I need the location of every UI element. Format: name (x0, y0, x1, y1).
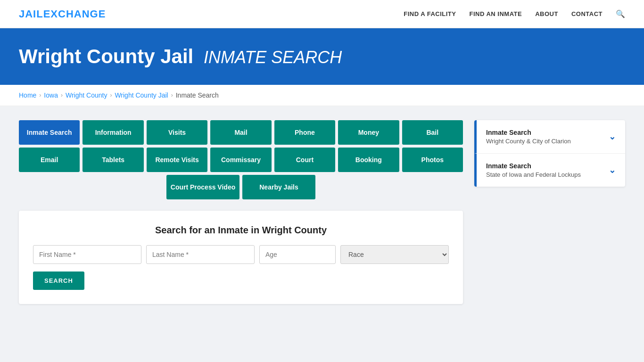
first-name-input[interactable] (33, 245, 141, 264)
information-button[interactable]: Information (83, 120, 143, 145)
main-content: Inmate Search Information Visits Mail Ph… (0, 106, 644, 318)
breadcrumb-wright-county-jail[interactable]: Wright County Jail (115, 91, 168, 99)
breadcrumb-sep-2: › (61, 92, 63, 99)
sidebar-item-wright-subtitle: Wright County & City of Clarion (486, 138, 571, 145)
breadcrumb-sep-4: › (171, 92, 173, 99)
bail-button[interactable]: Bail (402, 120, 463, 145)
nav-contact[interactable]: CONTACT (571, 10, 603, 17)
nav-about[interactable]: ABOUT (535, 10, 558, 17)
booking-button[interactable]: Booking (338, 148, 399, 172)
left-column: Inmate Search Information Visits Mail Ph… (19, 120, 463, 304)
sidebar-card: Inmate Search Wright County & City of Cl… (474, 120, 625, 187)
logo-exchange: EXCHANGE (43, 8, 106, 20)
photos-button[interactable]: Photos (402, 148, 463, 172)
nearby-jails-button[interactable]: Nearby Jails (242, 175, 315, 199)
right-column: Inmate Search Wright County & City of Cl… (474, 120, 625, 304)
sidebar-item-wright[interactable]: Inmate Search Wright County & City of Cl… (474, 120, 625, 154)
nav-buttons-row2: Email Tablets Remote Visits Commissary C… (19, 148, 463, 172)
chevron-down-icon: ⌄ (609, 132, 616, 142)
main-nav: FIND A FACILITY FIND AN INMATE ABOUT CON… (404, 9, 625, 18)
breadcrumb-iowa[interactable]: Iowa (44, 91, 58, 99)
nav-find-inmate[interactable]: FIND AN INMATE (469, 10, 522, 17)
page-title-bold: Wright County Jail (19, 45, 193, 67)
breadcrumb-current: Inmate Search (176, 91, 219, 99)
sidebar-item-iowa[interactable]: Inmate Search State of Iowa and Federal … (474, 154, 625, 187)
sidebar-item-iowa-title: Inmate Search (486, 162, 581, 170)
page-title: Wright County Jail INMATE SEARCH (19, 45, 625, 68)
money-button[interactable]: Money (338, 120, 399, 145)
breadcrumb-home[interactable]: Home (19, 91, 36, 99)
nav-buttons-row1: Inmate Search Information Visits Mail Ph… (19, 120, 463, 145)
logo-jail: JAIL (19, 8, 43, 20)
page-title-italic: INMATE SEARCH (199, 48, 342, 67)
remote-visits-button[interactable]: Remote Visits (147, 148, 207, 172)
email-button[interactable]: Email (19, 148, 80, 172)
hero-section: Wright County Jail INMATE SEARCH (0, 28, 644, 85)
chevron-down-icon-2: ⌄ (609, 165, 616, 175)
logo[interactable]: JAILEXCHANGE (19, 8, 106, 20)
breadcrumb-sep-1: › (39, 92, 41, 99)
sidebar-item-iowa-subtitle: State of Iowa and Federal Lockups (486, 171, 581, 178)
search-card-title: Search for an Inmate in Wright County (33, 225, 449, 236)
tablets-button[interactable]: Tablets (83, 148, 143, 172)
inmate-search-button[interactable]: Inmate Search (19, 120, 80, 145)
search-button[interactable]: SEARCH (33, 272, 84, 290)
last-name-input[interactable] (146, 245, 255, 264)
phone-button[interactable]: Phone (274, 120, 335, 145)
court-process-video-button[interactable]: Court Process Video (166, 175, 239, 199)
search-card: Search for an Inmate in Wright County Ra… (19, 211, 463, 304)
breadcrumb: Home › Iowa › Wright County › Wright Cou… (0, 85, 644, 106)
race-select[interactable]: Race White Black Hispanic Asian Other (340, 245, 449, 264)
visits-button[interactable]: Visits (147, 120, 207, 145)
age-input[interactable] (259, 245, 336, 264)
court-button[interactable]: Court (274, 148, 335, 172)
search-fields: Race White Black Hispanic Asian Other (33, 245, 449, 264)
search-icon[interactable]: 🔍 (616, 9, 625, 18)
site-header: JAILEXCHANGE FIND A FACILITY FIND AN INM… (0, 0, 644, 28)
sidebar-item-wright-title: Inmate Search (486, 129, 571, 136)
nav-buttons-row3: Court Process Video Nearby Jails (19, 175, 463, 199)
nav-find-facility[interactable]: FIND A FACILITY (404, 10, 456, 17)
breadcrumb-wright-county[interactable]: Wright County (66, 91, 107, 99)
commissary-button[interactable]: Commissary (210, 148, 271, 172)
breadcrumb-sep-3: › (110, 92, 112, 99)
mail-button[interactable]: Mail (210, 120, 271, 145)
